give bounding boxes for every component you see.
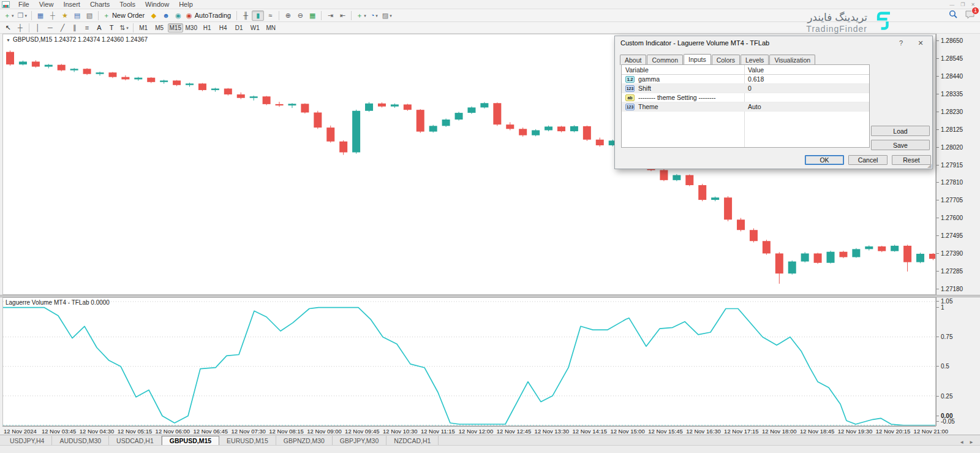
tile-windows-button[interactable]: ▦ bbox=[306, 10, 318, 21]
auto-scroll-button[interactable]: ⇤ bbox=[336, 10, 349, 21]
toolbar-separator bbox=[236, 11, 237, 20]
price-axis[interactable]: 1.286501.285451.284401.283351.282301.281… bbox=[936, 34, 980, 295]
dialog-tab-levels[interactable]: Levels bbox=[741, 55, 769, 65]
terminal-button[interactable]: ▤ bbox=[71, 10, 83, 21]
chart-tab-eurusd-m15[interactable]: EURUSD,M15 bbox=[219, 436, 276, 445]
price-axis-label: 1.27180 bbox=[941, 286, 963, 292]
chart-shift-button[interactable]: ⇥ bbox=[324, 10, 336, 21]
menu-view[interactable]: View bbox=[34, 0, 59, 9]
templates-button[interactable]: ▨▾ bbox=[380, 10, 394, 21]
indicator-axis[interactable]: 1.0510.750.50.250.00-0.05 bbox=[936, 297, 980, 426]
trendline-button[interactable]: ╱ bbox=[56, 23, 69, 33]
variable-value[interactable]: 0 bbox=[748, 85, 752, 92]
zoom-out-button[interactable]: ⊖ bbox=[294, 10, 306, 21]
dialog-close-icon[interactable]: ✕ bbox=[914, 38, 927, 48]
save-button[interactable]: Save bbox=[871, 140, 930, 150]
horizontal-line-button[interactable]: ─ bbox=[44, 23, 56, 33]
profiles-button[interactable]: ❐▾ bbox=[16, 10, 29, 21]
chart-tab-nzdcad-h1[interactable]: NZDCAD,H1 bbox=[386, 436, 439, 445]
new-order-button[interactable]: ＋New Order bbox=[101, 10, 148, 21]
input-row-theme[interactable]: 123ThemeAuto bbox=[622, 102, 869, 112]
input-row-themesetting[interactable]: ab-------- theme Setting -------- bbox=[622, 93, 869, 102]
equidistant-channel-button[interactable]: ∥ bbox=[69, 23, 81, 33]
cancel-button[interactable]: Cancel bbox=[848, 155, 888, 165]
dialog-tab-visualization[interactable]: Visualization bbox=[769, 55, 815, 65]
variable-value[interactable]: 0.618 bbox=[748, 75, 764, 83]
autotrading-button[interactable]: ◉AutoTrading bbox=[184, 10, 234, 21]
bar-chart-button[interactable]: ╫ bbox=[239, 10, 252, 21]
chart-tab-gbpnzd-m30[interactable]: GBPNZD,M30 bbox=[276, 436, 333, 445]
timeframe-mn[interactable]: MN bbox=[263, 23, 279, 32]
candlestick-chart-button[interactable]: ▮ bbox=[252, 10, 264, 21]
periods-button[interactable]: ◔▾ bbox=[368, 10, 380, 21]
dialog-tab-common[interactable]: Common bbox=[647, 55, 683, 65]
input-row-shift[interactable]: 123Shift0 bbox=[622, 84, 869, 93]
crosshair-button[interactable]: ┼ bbox=[14, 23, 26, 33]
search-icon[interactable] bbox=[949, 10, 958, 21]
indicator-panel[interactable]: Laguerre Volume MT4 - TFLab 0.0000 bbox=[2, 297, 936, 426]
variable-name: gamma bbox=[638, 75, 660, 83]
ok-button[interactable]: OK bbox=[805, 155, 844, 165]
load-button[interactable]: Load bbox=[871, 126, 930, 136]
timeframe-h1[interactable]: H1 bbox=[200, 23, 215, 32]
chart-collapse-icon[interactable]: ▼ bbox=[6, 38, 10, 42]
inputs-table: VariableValue1.2gamma0.618123Shift0ab---… bbox=[621, 64, 870, 148]
time-axis[interactable]: 12 Nov 202412 Nov 03:4512 Nov 04:3012 No… bbox=[2, 426, 936, 435]
restore-icon[interactable]: ❐ bbox=[960, 2, 965, 7]
chart-tab-gbpjpy-m30[interactable]: GBPJPY,M30 bbox=[333, 436, 386, 445]
text-label-button[interactable]: T bbox=[105, 23, 118, 33]
new-chart-button[interactable]: ＋▾ bbox=[2, 10, 16, 21]
dialog-title[interactable]: Custom Indicator - Laguerre Volume MT4 -… bbox=[615, 36, 932, 50]
arrows-button[interactable]: ⇅▾ bbox=[118, 23, 130, 33]
chart-tab-gbpusd-m15[interactable]: GBPUSD,M15 bbox=[162, 436, 219, 445]
vertical-line-button[interactable]: │ bbox=[32, 23, 44, 33]
dialog-tab-about[interactable]: About bbox=[620, 55, 646, 65]
menu-window[interactable]: Window bbox=[140, 0, 174, 9]
dialog-resize-grip[interactable]: ◢ bbox=[927, 162, 932, 169]
profiles-icon: ❐ bbox=[18, 12, 24, 19]
community-button[interactable]: ◉ bbox=[172, 10, 184, 21]
menu-tools[interactable]: Tools bbox=[115, 0, 140, 9]
strategy-tester-button[interactable]: ▧ bbox=[83, 10, 96, 21]
tab-scroll-left-icon[interactable]: ◄ bbox=[959, 440, 964, 445]
timeframe-h4[interactable]: H4 bbox=[216, 23, 231, 32]
time-axis-label: 12 Nov 03:45 bbox=[42, 428, 77, 435]
menu-insert[interactable]: Insert bbox=[58, 0, 85, 9]
metaeditor-button[interactable]: ◆ bbox=[148, 10, 160, 21]
line-chart-button[interactable]: ≈ bbox=[264, 10, 276, 21]
indicators-button[interactable]: ＋▾ bbox=[354, 10, 368, 21]
cursor-button[interactable]: ↖ bbox=[2, 23, 14, 33]
data-window-button[interactable]: ┼ bbox=[47, 10, 59, 21]
reset-button[interactable]: Reset bbox=[892, 155, 931, 165]
chart-tab-usdcad-h1[interactable]: USDCAD,H1 bbox=[109, 436, 162, 445]
menu-file[interactable]: File bbox=[13, 0, 34, 9]
navigator-button[interactable]: ★ bbox=[59, 10, 71, 21]
timeframe-m15[interactable]: M15 bbox=[168, 23, 183, 32]
timeframe-m5[interactable]: M5 bbox=[152, 23, 167, 32]
timeframe-m1[interactable]: M1 bbox=[136, 23, 151, 32]
input-type-icon: 123 bbox=[625, 85, 635, 92]
chart-tab-usdjpy-h4[interactable]: USDJPY,H4 bbox=[2, 436, 52, 445]
chevron-down-icon: ▾ bbox=[24, 13, 27, 18]
zoom-in-button[interactable]: ⊕ bbox=[282, 10, 294, 21]
dialog-help-button[interactable]: ? bbox=[894, 38, 908, 48]
variable-value[interactable]: Auto bbox=[748, 103, 761, 110]
chart-tab-audusd-m30[interactable]: AUDUSD,M30 bbox=[52, 436, 109, 445]
time-axis-label: 12 Nov 09:00 bbox=[307, 428, 342, 435]
fibonacci-button[interactable]: ≡ bbox=[81, 23, 93, 33]
text-button[interactable]: A bbox=[93, 23, 105, 33]
minimize-icon[interactable]: — bbox=[949, 2, 954, 7]
timeframe-d1[interactable]: D1 bbox=[232, 23, 247, 32]
input-row-gamma[interactable]: 1.2gamma0.618 bbox=[622, 75, 869, 84]
menu-charts[interactable]: Charts bbox=[85, 0, 115, 9]
menu-help[interactable]: Help bbox=[174, 0, 198, 9]
chat-icon[interactable]: 1 bbox=[965, 10, 975, 21]
time-axis-label: 12 Nov 21:00 bbox=[914, 428, 949, 435]
dialog-tab-colors[interactable]: Colors bbox=[712, 55, 740, 65]
timeframe-w1[interactable]: W1 bbox=[247, 23, 263, 32]
price-axis-label: 1.28440 bbox=[941, 73, 963, 80]
tab-scroll-right-icon[interactable]: ► bbox=[969, 440, 974, 445]
market-watch-button[interactable]: ▦ bbox=[34, 10, 47, 21]
timeframe-m30[interactable]: M30 bbox=[184, 23, 199, 32]
experts-button[interactable]: ☻ bbox=[160, 10, 172, 21]
